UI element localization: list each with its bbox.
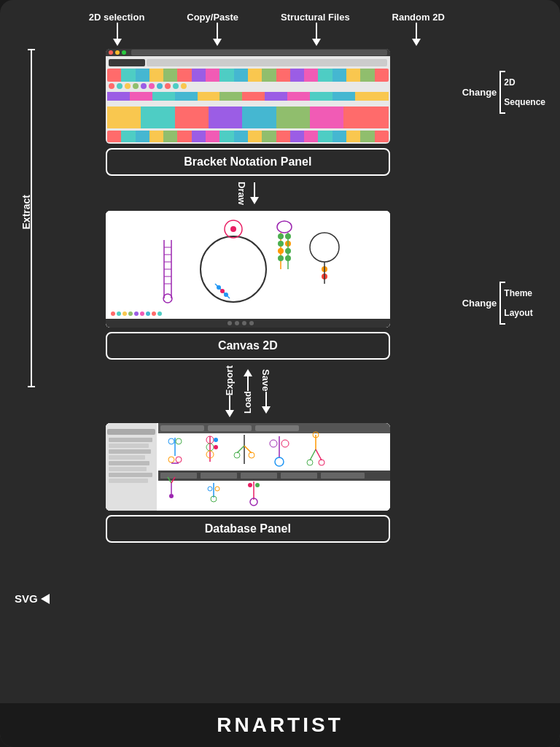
svg-point-31 bbox=[220, 289, 225, 293]
svg-rect-94 bbox=[321, 473, 365, 479]
svg-point-39 bbox=[117, 311, 121, 316]
svg-point-38 bbox=[111, 311, 115, 316]
extract-bracket: Extract bbox=[15, 49, 35, 387]
svg-point-15 bbox=[278, 233, 284, 239]
database-label: Database Panel bbox=[106, 515, 390, 543]
svg-rect-49 bbox=[107, 429, 155, 435]
svg-rect-90 bbox=[160, 473, 197, 479]
svg-rect-33 bbox=[106, 319, 390, 328]
arrow-structural-files bbox=[312, 23, 321, 46]
bottom-arrows-area: Export Load Save bbox=[106, 365, 390, 417]
diagram-layout: 2D selection Copy/Paste Structural Files… bbox=[0, 0, 560, 703]
svg-point-3 bbox=[230, 226, 236, 232]
canvas-2d-panel-box bbox=[106, 211, 390, 328]
extract-label: Extract bbox=[20, 195, 32, 229]
svg-rect-91 bbox=[201, 473, 237, 479]
svg-point-35 bbox=[235, 321, 239, 325]
svg-rect-55 bbox=[109, 467, 147, 471]
arrow-random-2d bbox=[412, 23, 421, 46]
svg-export-area: SVG bbox=[15, 592, 50, 605]
svg-point-30 bbox=[217, 285, 221, 290]
right-brackets: Change 2D Sequence bbox=[462, 49, 545, 325]
svg-point-73 bbox=[214, 445, 218, 449]
center-column: Bracket Notation Panel Draw bbox=[39, 49, 456, 550]
canvas-2d-screenshot bbox=[106, 211, 390, 328]
svg-arrow-head bbox=[41, 594, 50, 604]
svg-point-44 bbox=[146, 311, 150, 316]
svg-point-17 bbox=[278, 248, 284, 254]
bracket-notation-panel-box bbox=[106, 49, 390, 144]
2d-label: 2D bbox=[504, 77, 545, 88]
database-panel-box bbox=[106, 423, 390, 511]
save-label: Save bbox=[260, 369, 271, 391]
svg-point-40 bbox=[122, 311, 127, 316]
svg-rect-60 bbox=[208, 425, 252, 431]
load-arrow: Load bbox=[242, 369, 253, 414]
svg-rect-54 bbox=[109, 461, 149, 465]
change-theme-layout: Change Theme Layout bbox=[462, 282, 533, 325]
svg-point-16 bbox=[278, 241, 284, 247]
svg-point-72 bbox=[214, 438, 218, 442]
svg-point-34 bbox=[228, 321, 232, 325]
svg-rect-57 bbox=[109, 479, 148, 483]
svg-point-105 bbox=[255, 483, 260, 487]
svg-point-43 bbox=[140, 311, 144, 316]
label-random-2d: Random 2D bbox=[392, 12, 445, 23]
svg-point-32 bbox=[224, 293, 228, 297]
bracket-notation-screenshot bbox=[106, 49, 390, 144]
bracket-notation-label: Bracket Notation Panel bbox=[106, 148, 390, 176]
svg-point-45 bbox=[152, 311, 156, 316]
arrow-2d-selection bbox=[113, 23, 122, 46]
svg-point-46 bbox=[158, 311, 162, 316]
svg-point-18 bbox=[278, 255, 284, 261]
theme-label: Theme bbox=[504, 288, 532, 298]
change-2d-sequence: Change 2D Sequence bbox=[462, 71, 545, 114]
save-arrow: Save bbox=[260, 369, 271, 413]
top-labels-row: 2D selection Copy/Paste Structural Files… bbox=[68, 12, 466, 23]
svg-point-98 bbox=[169, 494, 174, 498]
svg-rect-52 bbox=[109, 449, 151, 454]
svg-rect-0 bbox=[106, 211, 390, 328]
main-window: 2D selection Copy/Paste Structural Files… bbox=[0, 0, 560, 747]
load-label: Load bbox=[242, 391, 253, 414]
svg-point-104 bbox=[248, 483, 252, 487]
label-2d-selection: 2D selection bbox=[89, 12, 145, 23]
svg-rect-61 bbox=[255, 425, 299, 431]
label-copy-paste: Copy/Paste bbox=[187, 12, 238, 23]
change-label-bottom: Change bbox=[462, 298, 497, 309]
svg-rect-56 bbox=[109, 473, 152, 477]
svg-rect-92 bbox=[241, 473, 277, 479]
svg-rect-59 bbox=[160, 425, 204, 431]
export-arrow: Export bbox=[224, 365, 235, 417]
draw-arrow-container: Draw bbox=[236, 182, 259, 205]
top-arrows-row bbox=[68, 23, 466, 46]
footer: RNARTIST bbox=[0, 703, 560, 747]
svg-rect-93 bbox=[281, 473, 317, 479]
canvas-2d-label: Canvas 2D bbox=[106, 332, 390, 360]
app-title: RNARTIST bbox=[217, 713, 343, 736]
svg-point-42 bbox=[134, 311, 139, 316]
svg-point-36 bbox=[242, 321, 246, 325]
svg-point-41 bbox=[128, 311, 133, 316]
content-with-brackets: Extract bbox=[15, 49, 545, 550]
svg-rect-51 bbox=[109, 444, 149, 448]
draw-label: Draw bbox=[236, 182, 247, 205]
arrow-copy-paste bbox=[213, 23, 222, 46]
sequence-label: Sequence bbox=[504, 97, 545, 107]
database-screenshot bbox=[106, 423, 390, 511]
svg-point-37 bbox=[249, 321, 254, 325]
change-label-top: Change bbox=[462, 87, 497, 98]
svg-label: SVG bbox=[15, 592, 38, 605]
svg-rect-53 bbox=[109, 455, 145, 460]
label-structural-files: Structural Files bbox=[281, 12, 350, 23]
layout-label: Layout bbox=[504, 308, 532, 318]
svg-rect-50 bbox=[109, 438, 152, 442]
export-label: Export bbox=[224, 365, 235, 395]
